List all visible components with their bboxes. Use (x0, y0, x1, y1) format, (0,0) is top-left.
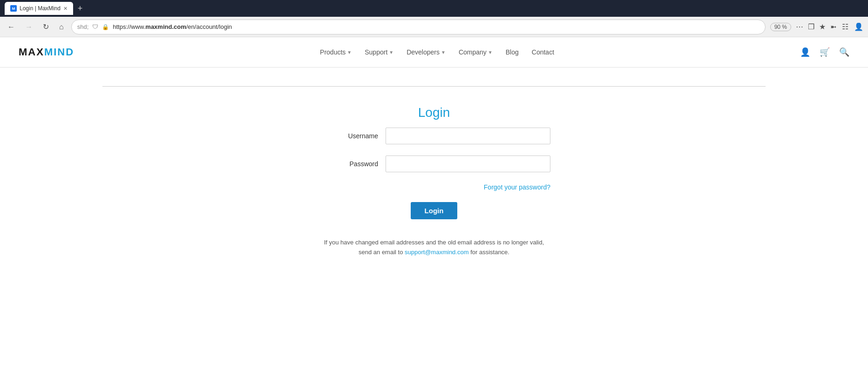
username-input[interactable] (386, 128, 550, 144)
address-bar[interactable]: shd; 🛡 🔒 https://www.maxmind.com/en/acco… (71, 20, 766, 34)
password-input[interactable] (386, 155, 550, 172)
nav-blog[interactable]: Blog (506, 48, 519, 56)
password-row: Password (318, 155, 550, 172)
chevron-down-icon: ▼ (389, 50, 393, 55)
tab-favicon: M (10, 5, 17, 12)
login-title: Login (418, 105, 450, 120)
nav-developers[interactable]: Developers ▼ (407, 48, 446, 56)
pocket-icon[interactable]: ❐ (808, 22, 814, 31)
zoom-level: 90 % (770, 23, 791, 31)
address-bar-row: ← → ↻ ⌂ shd; 🛡 🔒 https://www.maxmind.com… (0, 17, 868, 37)
tab-title: Login | MaxMind (20, 5, 61, 12)
profile-icon[interactable]: 👤 (854, 22, 863, 31)
bookmark-icon[interactable]: ★ (819, 22, 826, 31)
library-icon[interactable]: ➼ (830, 22, 836, 31)
home-button[interactable]: ⌂ (56, 21, 67, 33)
back-button[interactable]: ← (5, 21, 18, 33)
login-section: Login Username Password Forgot your pass… (9, 105, 859, 257)
chevron-down-icon: ▼ (488, 50, 493, 55)
toolbar-right: ➼ ☷ 👤 (830, 22, 863, 31)
search-icon[interactable]: 🔍 (839, 47, 849, 57)
nav-contact[interactable]: Contact (532, 48, 554, 56)
forgot-password-link[interactable]: Forgot your password? (484, 183, 550, 191)
header-actions: 👤 🛒 🔍 (800, 47, 849, 57)
sidebar-icon[interactable]: ☷ (842, 22, 848, 31)
help-suffix: for assistance. (470, 249, 509, 256)
url-display: https://www.maxmind.com/en/account/login (113, 23, 759, 30)
forgot-row: Forgot your password? (318, 183, 550, 191)
username-row: Username (318, 128, 550, 144)
shield-icon: shd; (77, 23, 89, 30)
lock-icon: 🔒 (102, 24, 109, 30)
nav-products[interactable]: Products ▼ (320, 48, 352, 56)
logo[interactable]: MAX MIND (19, 46, 74, 58)
main-nav: Products ▼ Support ▼ Developers ▼ Compan… (320, 48, 554, 56)
login-form: Username Password Forgot your password? … (318, 128, 550, 257)
active-tab[interactable]: M Login | MaxMind ✕ (5, 2, 73, 15)
page-divider (102, 86, 766, 87)
tab-bar: M Login | MaxMind ✕ + (5, 2, 85, 15)
cart-icon[interactable]: 🛒 (820, 47, 830, 57)
more-menu-icon[interactable]: ⋯ (796, 22, 803, 31)
toolbar-icons: ⋯ ❐ ★ (796, 22, 826, 31)
username-label: Username (318, 132, 378, 140)
shield-icon: 🛡 (92, 23, 98, 30)
browser-title-bar: M Login | MaxMind ✕ + (0, 0, 868, 17)
page-content: Login Username Password Forgot your pass… (0, 68, 868, 276)
support-email-link[interactable]: support@maxmind.com (405, 249, 468, 256)
nav-company[interactable]: Company ▼ (459, 48, 493, 56)
new-tab-button[interactable]: + (75, 4, 86, 14)
password-label: Password (318, 160, 378, 168)
user-icon[interactable]: 👤 (800, 47, 810, 57)
nav-support[interactable]: Support ▼ (365, 48, 393, 56)
logo-max: MAX (19, 46, 44, 58)
reload-button[interactable]: ↻ (40, 20, 52, 33)
login-button-row: Login (318, 202, 550, 219)
tab-close-button[interactable]: ✕ (63, 6, 68, 12)
help-text: If you have changed email addresses and … (318, 238, 550, 257)
chevron-down-icon: ▼ (347, 50, 352, 55)
chevron-down-icon: ▼ (441, 50, 446, 55)
site-header: MAX MIND Products ▼ Support ▼ Developers… (0, 37, 868, 68)
login-button[interactable]: Login (411, 202, 458, 219)
logo-mind: MIND (44, 46, 74, 58)
forward-button[interactable]: → (22, 21, 35, 33)
